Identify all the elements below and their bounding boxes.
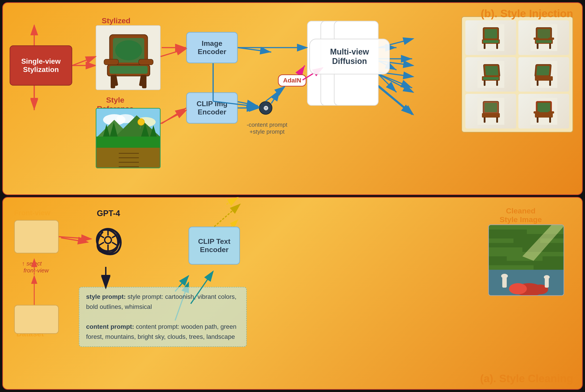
adain-badge: AdaIN: [278, 74, 306, 86]
svg-rect-91: [533, 111, 539, 114]
svg-rect-84: [496, 117, 498, 123]
top-panel-label: (b). Style Injection: [481, 8, 573, 20]
svg-point-151: [509, 283, 527, 294]
svg-rect-71: [484, 80, 485, 86]
style-ref-image: [96, 108, 161, 168]
svg-rect-139: [489, 243, 564, 248]
openai-logo: [92, 224, 124, 256]
chair-item-5: [465, 94, 516, 128]
svg-rect-133: [489, 230, 527, 234]
multiview-diffusion-box: Multi-viewDiffusion: [309, 39, 390, 74]
svg-line-158: [227, 198, 238, 204]
svg-rect-89: [537, 117, 538, 123]
svg-rect-38: [96, 136, 161, 148]
svg-rect-145: [542, 256, 564, 261]
svg-rect-72: [496, 80, 498, 86]
gpt4-label: GPT-4: [97, 209, 120, 218]
svg-rect-136: [489, 238, 513, 243]
bottom-panel-label: (a). Style Cleaning: [480, 372, 573, 384]
cleaned-style-image: [488, 224, 564, 296]
svg-rect-143: [489, 256, 507, 261]
chairs-grid: [461, 16, 573, 132]
select-label: ↑ select front-view: [22, 260, 49, 274]
svg-rect-61: [536, 40, 552, 43]
svg-line-97: [72, 56, 96, 66]
chair-svg: [96, 26, 161, 90]
svg-rect-31: [139, 59, 153, 65]
svg-rect-87: [537, 103, 550, 112]
dataset-box: [14, 305, 59, 334]
main-container: Single-viewStylization StylizedFront-vie…: [0, 0, 585, 392]
chair-item-2: [518, 20, 569, 55]
single-view-box: Single-viewStylization: [10, 45, 72, 86]
svg-line-14: [379, 74, 396, 92]
svg-rect-59: [537, 29, 550, 38]
svg-rect-54: [483, 40, 499, 43]
svg-rect-65: [548, 38, 554, 40]
svg-point-154: [501, 274, 508, 278]
svg-rect-76: [535, 76, 553, 81]
svg-rect-82: [482, 113, 500, 118]
svg-rect-62: [537, 43, 538, 49]
svg-line-118: [61, 238, 88, 242]
svg-line-10: [271, 90, 280, 104]
chair-item-6: [518, 94, 569, 128]
prompt-box: style prompt: style prompt: cartoonish, …: [79, 287, 247, 347]
front-view-box: [14, 220, 59, 254]
svg-line-110: [379, 74, 413, 92]
top-panel: Single-viewStylization StylizedFront-vie…: [2, 2, 583, 195]
svg-rect-140: [489, 248, 522, 252]
clip-text-encoder-box: CLIP TextEncoder: [189, 226, 240, 264]
svg-rect-88: [535, 113, 553, 118]
svg-rect-63: [549, 43, 551, 49]
bottom-panel: Front-view ↑ select front-view Dataset G…: [2, 197, 583, 390]
svg-point-23: [115, 40, 142, 60]
svg-rect-147: [489, 265, 533, 270]
svg-point-156: [544, 275, 550, 279]
chair-item-3: [465, 57, 516, 92]
svg-rect-148: [533, 265, 564, 270]
landscape-svg: [96, 108, 161, 168]
svg-line-101: [161, 110, 186, 124]
chair-item-1: [465, 20, 516, 55]
svg-rect-78: [549, 80, 551, 86]
svg-line-6: [162, 108, 186, 124]
chair-item-4: [518, 57, 569, 92]
prompt-modify-text: -content prompt+style prompt: [247, 121, 287, 135]
svg-rect-52: [485, 29, 497, 38]
svg-rect-146: [489, 261, 564, 265]
svg-line-111: [379, 86, 413, 115]
gpt4-icon: [90, 222, 126, 258]
svg-rect-68: [485, 66, 498, 75]
svg-line-16: [374, 72, 412, 88]
front-view-label: Front-view: [14, 209, 50, 217]
svg-line-127: [112, 242, 118, 246]
svg-rect-90: [549, 117, 551, 123]
cleaned-style-label: CleanedStyle Image: [499, 206, 542, 224]
svg-line-105: [266, 87, 285, 101]
svg-rect-25: [110, 66, 148, 74]
svg-rect-77: [537, 80, 538, 86]
svg-point-124: [105, 237, 111, 244]
wall-scene-svg: [489, 225, 564, 296]
svg-line-166: [214, 204, 240, 226]
svg-rect-92: [548, 111, 554, 114]
svg-line-8: [238, 48, 271, 52]
connector-svg: [215, 195, 260, 206]
svg-rect-75: [536, 66, 550, 75]
svg-line-17: [374, 83, 412, 115]
svg-rect-64: [533, 38, 539, 40]
svg-rect-30: [104, 59, 119, 65]
svg-rect-56: [496, 43, 498, 49]
svg-line-129: [98, 242, 104, 246]
stylized-chair-image: [96, 25, 161, 90]
svg-line-100: [161, 49, 186, 56]
content-prompt-line: content prompt: content prompt: wooden p…: [86, 322, 240, 342]
svg-rect-83: [484, 117, 485, 123]
svg-line-163: [59, 237, 91, 239]
style-prompt-line: style prompt: style prompt: cartoonish, …: [86, 292, 240, 312]
combine-circle: ⊕: [259, 101, 272, 115]
svg-rect-81: [485, 103, 497, 112]
svg-point-48: [138, 119, 145, 126]
image-encoder-box: ImageEncoder: [186, 32, 238, 63]
